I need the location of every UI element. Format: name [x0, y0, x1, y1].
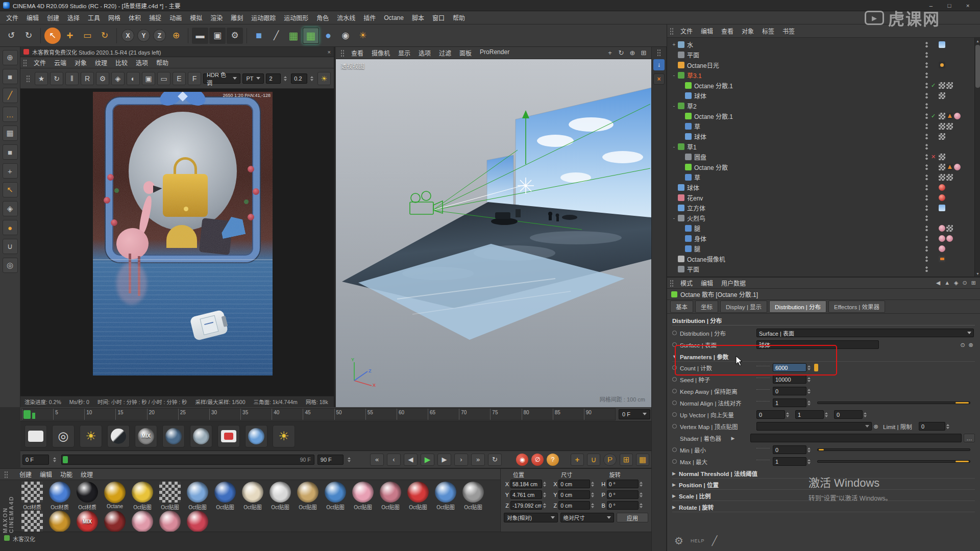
object-label[interactable]: 球体 — [694, 91, 706, 100]
object-row[interactable]: 球体 — [667, 131, 980, 141]
light-icon[interactable]: ☀ — [355, 28, 371, 44]
current-frame-field[interactable]: 0 F — [22, 455, 49, 465]
next-key-button[interactable]: › — [454, 454, 468, 466]
material-ball-icon[interactable]: ◐ — [127, 72, 140, 85]
visibility-dots-icon[interactable] — [925, 245, 928, 252]
material-thumbnail[interactable] — [104, 482, 126, 503]
frame-range-slider[interactable]: 90 F — [61, 455, 314, 465]
normal-align-slider[interactable] — [817, 402, 970, 404]
object-manager-menu-item[interactable]: 编辑 — [697, 27, 717, 35]
track-icon[interactable]: ⊙ — [963, 280, 967, 286]
render-settings-icon[interactable]: ⚙ — [96, 72, 109, 85]
seed-field[interactable]: 10000 — [773, 375, 806, 384]
object-manager-menu-item[interactable]: 书签 — [778, 27, 799, 35]
keyframe-dot-icon[interactable] — [672, 400, 677, 405]
primitive-cube-icon[interactable]: ■ — [251, 28, 267, 44]
material-tile[interactable]: Oct材质 — [18, 482, 46, 511]
object-label[interactable]: 球体 — [687, 183, 699, 192]
material-tile[interactable]: MIX — [74, 511, 101, 532]
drag-grip[interactable] — [670, 28, 674, 35]
expand-toggle[interactable]: - — [671, 72, 677, 78]
expand-toggle[interactable]: - — [671, 144, 677, 149]
live-viewer-menu-item[interactable]: 选项 — [132, 58, 152, 67]
object-label[interactable]: Octane 分散 — [694, 163, 728, 171]
previous-key-button[interactable]: ‹ — [387, 454, 401, 466]
material-tile[interactable] — [156, 511, 184, 532]
apply-button[interactable]: 应用 — [617, 513, 648, 522]
jump-end-button[interactable]: » — [471, 454, 485, 466]
octane-specular-material-icon[interactable] — [107, 425, 130, 447]
texture-tag-icon[interactable] — [946, 164, 953, 170]
material-thumbnail[interactable] — [270, 482, 291, 503]
material-tile[interactable]: Oct贴图 — [404, 482, 432, 511]
undo-icon[interactable]: ↺ — [3, 28, 19, 44]
move-keys-icon[interactable]: + — [571, 454, 584, 466]
object-manager-scrollbar[interactable]: ▲ ▼ — [974, 38, 980, 277]
menu-item[interactable]: Octane — [380, 14, 408, 21]
object-row[interactable]: 立方体 — [667, 203, 980, 213]
panel-icon[interactable]: ⊞ — [971, 280, 976, 286]
object-row[interactable]: Octane 分散.1 ✓ — [667, 111, 980, 121]
material-thumbnail[interactable] — [187, 511, 208, 532]
object-label[interactable]: 平面 — [687, 51, 699, 59]
viewport-menu-item[interactable]: 显示 — [394, 48, 414, 57]
visibility-dots-icon[interactable] — [925, 92, 928, 99]
script-icon[interactable]: ╱ — [712, 535, 717, 546]
end-frame-field[interactable]: 90 F — [317, 455, 344, 465]
region-render-icon[interactable]: R — [81, 72, 94, 85]
exposure-field[interactable]: 0.2 — [291, 73, 307, 84]
hdr-tonemap-select[interactable]: HDR 色调 — [203, 73, 240, 84]
object-row[interactable]: 平面 — [667, 49, 980, 60]
live-viewer-menu-item[interactable]: 比较 — [111, 58, 132, 67]
expand-toggle[interactable]: + — [671, 42, 677, 47]
material-menu-item[interactable]: 纹理 — [77, 470, 97, 479]
material-thumbnail[interactable] — [49, 482, 70, 503]
material-thumbnail[interactable] — [380, 482, 401, 503]
texture-tag-icon[interactable] — [939, 256, 945, 262]
material-thumbnail[interactable] — [352, 482, 374, 503]
octane-daylight-icon[interactable]: ☀ — [80, 425, 102, 447]
attribute-tab[interactable]: Effectors | 效果器 — [828, 300, 885, 313]
samples-field[interactable]: 2 — [266, 73, 281, 84]
menu-item[interactable]: 角色 — [312, 13, 333, 22]
menu-item[interactable]: 编辑 — [22, 13, 43, 22]
object-label[interactable]: 草1 — [687, 142, 697, 151]
material-tile[interactable]: Oct贴图 — [294, 482, 322, 511]
visibility-dots-icon[interactable] — [925, 184, 928, 191]
texture-tag-icon[interactable] — [939, 184, 945, 191]
live-viewer-menu-item[interactable]: 云端 — [50, 58, 70, 67]
object-row[interactable]: 腿 — [667, 243, 980, 254]
material-thumbnail[interactable] — [159, 511, 181, 532]
visibility-dots-icon[interactable] — [925, 143, 928, 150]
texture-tag-icon[interactable] — [939, 245, 945, 252]
object-manager-menu-item[interactable]: 查看 — [717, 27, 738, 35]
texture-tag-icon[interactable] — [954, 164, 961, 170]
record-button[interactable]: ◉ — [516, 454, 528, 466]
keep-away-field[interactable]: 0 — [773, 387, 806, 395]
scroll-down-icon[interactable]: ▼ — [975, 270, 980, 277]
size-mode-select[interactable]: 绝对尺寸 — [560, 513, 615, 522]
up-vector-z-field[interactable]: 0 — [834, 410, 863, 419]
object-row[interactable]: Octane日光 — [667, 60, 980, 70]
material-tile[interactable]: Oct贴图 — [459, 482, 487, 511]
menu-item[interactable]: 创建 — [43, 13, 63, 22]
enable-toggle-icon[interactable]: ✓ — [930, 113, 937, 119]
menu-item[interactable]: 工具 — [84, 13, 104, 22]
object-label[interactable]: 圆盘 — [694, 153, 706, 161]
polygons-mode-icon[interactable]: ■ — [3, 144, 18, 160]
menu-item[interactable]: 运动图形 — [280, 13, 312, 22]
enable-toggle-icon[interactable]: ✕ — [930, 154, 937, 160]
object-manager-menu-item[interactable]: 文件 — [676, 27, 697, 35]
up-vector-y-field[interactable]: 1 — [795, 410, 824, 419]
drag-grip[interactable] — [23, 59, 27, 66]
keyframe-dot-icon[interactable] — [672, 331, 677, 335]
material-tile[interactable]: Oct贴图 — [211, 482, 239, 511]
object-label[interactable]: 身体 — [694, 234, 706, 243]
pick-object-icon[interactable]: ⊙ — [959, 341, 967, 348]
material-thumbnail[interactable] — [21, 482, 43, 503]
keyframe-dot-icon[interactable] — [672, 447, 677, 452]
keyframe-dot-icon[interactable] — [672, 365, 677, 370]
help-gear-icon[interactable]: ⚙ — [674, 535, 683, 547]
kernel-select[interactable]: PT — [242, 73, 264, 84]
object-row[interactable]: 身体 — [667, 233, 980, 243]
